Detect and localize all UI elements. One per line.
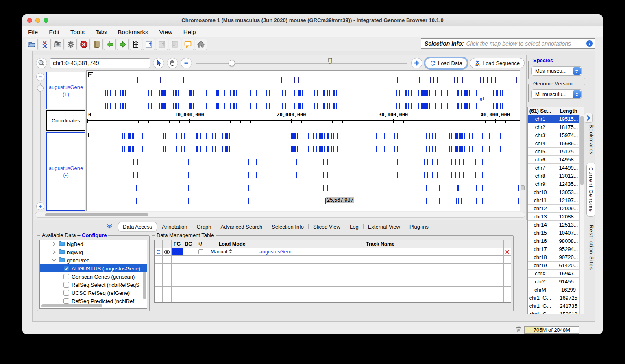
dataset-checkbox[interactable] — [63, 298, 69, 304]
preferences-gear-button[interactable] — [65, 39, 77, 50]
menu-help[interactable]: Help — [183, 28, 196, 35]
tab-log[interactable]: Log — [345, 222, 363, 231]
horizontal-zoom-slider[interactable] — [194, 58, 409, 68]
menu-view[interactable]: View — [159, 28, 172, 35]
track-label-augustusgene-plus[interactable]: augustusGene (+) — [46, 72, 85, 109]
tree-item-genepred[interactable]: genePred — [40, 256, 147, 264]
tab-selection-info[interactable]: Selection Info — [267, 222, 308, 231]
tree-item-bigwig[interactable]: bigWig — [40, 248, 147, 256]
feedback-bubble-button[interactable] — [182, 39, 194, 50]
sequence-row-chr1[interactable]: chr119515... — [528, 115, 584, 123]
menu-file[interactable]: File — [28, 28, 38, 35]
bg-color-cell[interactable] — [183, 248, 194, 255]
export-disabled-button[interactable] — [156, 39, 168, 50]
zoom-in-horizontal-button[interactable] — [411, 58, 422, 68]
sequence-row-chr8[interactable]: chr813012... — [528, 172, 584, 180]
tab-sliced-view[interactable]: Sliced View — [309, 222, 345, 231]
search-icon-button[interactable] — [36, 58, 47, 68]
menu-tabs[interactable]: Tabs — [96, 29, 107, 35]
dataset-checkbox[interactable] — [63, 274, 69, 279]
genome-track-canvas[interactable]: − − 010,000,00020,000,00030,000,00040,00… — [86, 70, 520, 211]
sequence-row-chr4[interactable]: chr415686... — [528, 139, 584, 148]
fg-color-cell[interactable] — [172, 248, 183, 255]
info-button[interactable]: i — [584, 38, 595, 49]
sequence-row-chr1_G...[interactable]: chr1_G...169725 — [528, 294, 584, 302]
menu-edit[interactable]: Edit — [49, 28, 59, 35]
dataset-checkbox[interactable] — [63, 266, 69, 271]
zoom-out-horizontal-button[interactable] — [181, 58, 192, 68]
tab-plug-ins[interactable]: Plug-ins — [405, 222, 433, 231]
print-disabled-button[interactable] — [169, 39, 181, 50]
species-link[interactable]: Species — [533, 57, 553, 63]
tree-item-genscan-genes-genscan[interactable]: Genscan Genes (genscan) — [40, 272, 147, 281]
sequence-row-chr2[interactable]: chr218175... — [528, 123, 584, 131]
maximize-window-button[interactable] — [44, 18, 48, 23]
forward-arrow-button[interactable] — [117, 39, 129, 50]
sequence-column-header[interactable]: (61) Se... — [528, 107, 553, 115]
sequence-row-chr5[interactable]: chr515175... — [528, 148, 584, 156]
filmstrip-button[interactable] — [130, 39, 142, 50]
configure-link[interactable]: Configure — [82, 232, 107, 238]
dna-button[interactable] — [39, 39, 51, 50]
scrollbar-thumb[interactable] — [45, 213, 148, 216]
vertical-zoom-in-button[interactable]: + — [36, 202, 44, 210]
menu-bookmarks[interactable]: Bookmarks — [118, 28, 148, 35]
dataset-checkbox[interactable] — [63, 290, 69, 296]
species-dropdown[interactable]: Mus muscu... — [531, 66, 582, 76]
slider-thumb[interactable] — [229, 60, 235, 66]
tab-graph[interactable]: Graph — [192, 222, 216, 231]
side-tab-bookmarks[interactable]: Bookmarks — [586, 120, 595, 159]
sequence-row-chr19[interactable]: chr1961420... — [528, 262, 584, 270]
collapse-tab-panel-button[interactable] — [105, 223, 114, 230]
sequence-row-chr1_G...[interactable]: chr1_G...152618 — [528, 310, 584, 314]
sequence-row-chr12[interactable]: chr1212009... — [528, 205, 584, 213]
track-label-augustusgene-minus[interactable]: augustusGene (-) — [46, 132, 85, 211]
sequence-row-chr16[interactable]: chr1698008... — [528, 237, 584, 245]
dataset-checkbox[interactable] — [63, 282, 69, 288]
sequence-table-scrollbar[interactable] — [579, 115, 584, 314]
sequence-row-chr10[interactable]: chr1013053... — [528, 188, 584, 196]
show-track-eye-icon[interactable] — [163, 248, 172, 255]
sequence-row-chr17[interactable]: chr1795294... — [528, 245, 584, 253]
tab-external-view[interactable]: External View — [364, 222, 405, 231]
tree-item-augustus-augustusgene[interactable]: AUGUSTUS (augustusGene) — [40, 264, 147, 272]
tree-item-refseq-select-ncbirefseqs[interactable]: RefSeq Select (ncbiRefSeqS — [40, 281, 147, 289]
vertical-slider-thumb[interactable] — [37, 85, 44, 92]
track-label-coordinates[interactable]: Coordinates — [46, 110, 85, 131]
stop-button[interactable] — [78, 39, 90, 50]
tree-horizontal-scrollbar[interactable] — [41, 304, 102, 307]
tree-item-ucsc-refseq-refgene[interactable]: UCSC RefSeq (refGene) — [40, 289, 147, 297]
menu-tools[interactable]: Tools — [70, 28, 85, 35]
close-window-button[interactable] — [27, 18, 32, 23]
sequence-row-chr6[interactable]: chr614958... — [528, 156, 584, 164]
sequence-row-chrX[interactable]: chrX16947... — [528, 270, 584, 278]
minimize-window-button[interactable] — [35, 18, 40, 23]
open-file-button[interactable] — [26, 39, 38, 50]
strand-checkbox[interactable] — [198, 249, 203, 254]
pointer-tool-button[interactable] — [153, 58, 164, 68]
load-sequence-button[interactable]: Load Sequence — [470, 58, 525, 68]
web-links-button[interactable] — [91, 39, 103, 50]
tab-data-access[interactable]: Data Access — [118, 222, 157, 231]
sequence-table-header[interactable]: (61) Se... Length — [528, 107, 584, 115]
tab-advanced-search[interactable]: Advanced Search — [216, 222, 267, 231]
tree-item-bigbed[interactable]: bigBed — [40, 240, 147, 248]
sequence-row-chrY[interactable]: chrY91455... — [528, 278, 584, 286]
sequence-row-chr18[interactable]: chr1890720... — [528, 253, 584, 262]
genome-version-dropdown[interactable]: M_musculu... — [531, 89, 582, 99]
scrollbar-thumb[interactable] — [521, 185, 525, 190]
home-button[interactable] — [195, 39, 207, 50]
sequence-row-chr9[interactable]: chr912435... — [528, 180, 584, 188]
sequence-row-chrM[interactable]: chrM16299 — [528, 286, 584, 294]
export-image-button[interactable] — [143, 39, 155, 50]
sequence-row-chr13[interactable]: chr1312088... — [528, 213, 584, 221]
tree-vertical-scrollbar[interactable] — [143, 272, 146, 299]
sequence-row-chr3[interactable]: chr315974... — [528, 131, 584, 139]
refresh-track-icon[interactable] — [155, 248, 163, 255]
tab-annotation[interactable]: Annotation — [157, 222, 192, 231]
track-horizontal-scrollbar[interactable] — [35, 212, 525, 218]
hand-tool-button[interactable] — [167, 58, 178, 68]
track-vertical-scrollbar[interactable] — [520, 70, 525, 211]
garbage-collect-icon[interactable] — [516, 326, 522, 334]
delete-track-button[interactable] — [504, 248, 511, 255]
